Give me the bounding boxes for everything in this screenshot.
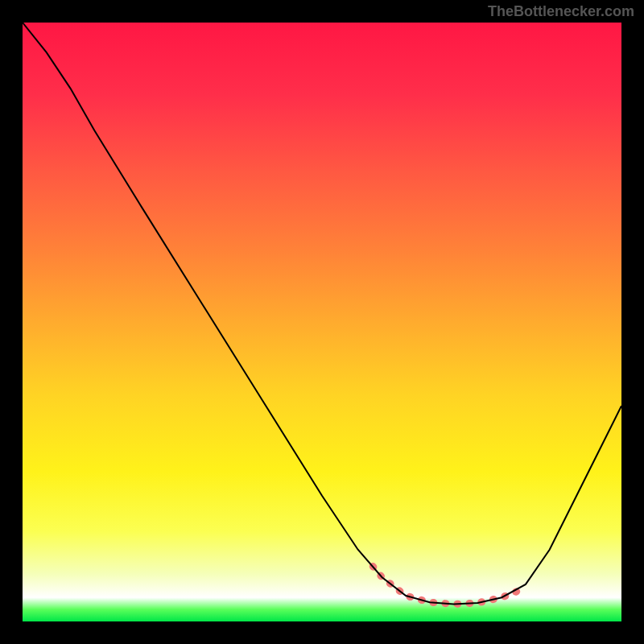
main-curve <box>23 23 621 604</box>
chart-container <box>23 23 621 621</box>
watermark-text: TheBottlenecker.com <box>488 3 634 20</box>
chart-svg <box>23 23 621 621</box>
